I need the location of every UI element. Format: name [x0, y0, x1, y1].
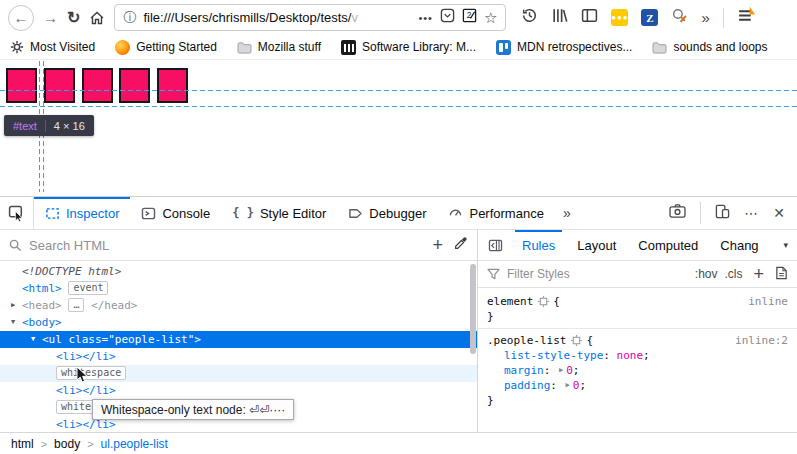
- whitespace-badge[interactable]: whitespace: [56, 366, 126, 380]
- markup-scrollbar[interactable]: [470, 264, 476, 354]
- overflow-chevron[interactable]: »: [701, 9, 709, 26]
- mouse-cursor-icon: [76, 366, 89, 384]
- add-rule-button[interactable]: +: [749, 264, 768, 285]
- breadcrumb-item-body[interactable]: body: [54, 437, 80, 451]
- quick-search-icon[interactable]: [671, 7, 688, 28]
- bookmark-star-icon[interactable]: ☆: [484, 9, 497, 27]
- home-button[interactable]: [89, 10, 105, 26]
- class-toggle[interactable]: .cls: [724, 267, 742, 281]
- collapse-arrow-icon[interactable]: ▼: [31, 331, 35, 348]
- bookmark-getting-started[interactable]: Getting Started: [115, 40, 217, 55]
- rule-origin[interactable]: inline:2: [735, 333, 788, 348]
- bookmark-mozilla-stuff[interactable]: Mozilla stuff: [237, 40, 321, 54]
- bookmark-most-visited[interactable]: Most Visited: [10, 40, 95, 54]
- page-actions-icon[interactable]: •••: [418, 12, 433, 24]
- bookmark-sounds-and-loops[interactable]: sounds and loops: [652, 40, 767, 54]
- pocket-icon[interactable]: [440, 8, 455, 27]
- devtools-menu-button[interactable]: ⋯: [744, 205, 759, 221]
- all-tabs-caret[interactable]: ▾: [783, 230, 795, 260]
- li-node[interactable]: <li></li>: [0, 382, 477, 399]
- filter-styles-input[interactable]: [507, 267, 688, 281]
- whitespace-badge[interactable]: white: [56, 400, 96, 414]
- tab-rules[interactable]: Rules: [511, 230, 566, 260]
- tab-debugger[interactable]: Debugger: [337, 197, 437, 229]
- reload-button[interactable]: ↻: [67, 8, 80, 27]
- page-viewport: #text 4 × 16: [0, 60, 797, 196]
- bookmark-label: Software Library: M...: [362, 40, 476, 54]
- menu-button[interactable]: [737, 6, 756, 29]
- tab-style-editor[interactable]: { } Style Editor: [221, 197, 337, 229]
- library-icon[interactable]: [551, 7, 568, 28]
- devtools-toolbar-right: ⋯ ✕: [669, 197, 797, 229]
- collapsed-ellipsis-badge[interactable]: …: [68, 298, 84, 312]
- sidebar-toggle-icon[interactable]: [581, 7, 598, 28]
- whitespace-node-hovered[interactable]: whitespace: [0, 365, 477, 382]
- extension-annotate-icon[interactable]: 2: [462, 8, 477, 27]
- bookmark-software-library[interactable]: Software Library: M...: [341, 40, 476, 55]
- node-picker-button[interactable]: [0, 197, 34, 229]
- pseudo-class-toggle[interactable]: :hov: [695, 267, 718, 281]
- toolbar-separator: [700, 202, 701, 224]
- event-badge[interactable]: event: [68, 281, 108, 295]
- head-node[interactable]: ▶<head> … </head>: [0, 297, 477, 314]
- breadcrumb-item-html[interactable]: html: [11, 437, 34, 451]
- html-node[interactable]: <html> event: [0, 280, 477, 297]
- forward-button[interactable]: →: [43, 9, 58, 26]
- braces-icon: { }: [232, 206, 254, 220]
- create-node-button[interactable]: +: [428, 235, 447, 256]
- expand-longhands-icon[interactable]: ▶: [566, 378, 570, 393]
- body-node[interactable]: ▼<body>: [0, 314, 477, 331]
- markup-pane: + <!DOCTYPE html> <html> event ▶<head> ……: [0, 230, 478, 432]
- screenshot-button[interactable]: [669, 204, 686, 222]
- folder-icon: [237, 41, 252, 54]
- tab-inspector[interactable]: Inspector: [34, 197, 130, 229]
- zotero-icon[interactable]: Z: [641, 9, 658, 26]
- trello-icon: [496, 40, 511, 55]
- declaration[interactable]: list-style-type: none;: [487, 348, 788, 363]
- expand-longhands-icon[interactable]: ▶: [559, 363, 563, 378]
- rule-people-list[interactable]: .people-list{inline:2 list-style-type: n…: [487, 333, 788, 408]
- sidebar-collapse-icon[interactable]: [480, 230, 511, 260]
- html-tree: <!DOCTYPE html> <html> event ▶<head> … <…: [0, 261, 477, 432]
- expand-arrow-icon[interactable]: ▶: [11, 297, 15, 314]
- rule-separator: [478, 328, 797, 329]
- highlight-selector-icon[interactable]: [538, 296, 549, 307]
- tab-computed[interactable]: Computed: [627, 230, 709, 260]
- responsive-mode-button[interactable]: [715, 204, 730, 223]
- url-text[interactable]: file:///Users/chrismills/Desktop/tests/v: [143, 10, 411, 25]
- bookmark-mdn-retrospectives[interactable]: MDN retrospectives...: [496, 40, 632, 55]
- tab-performance[interactable]: Performance: [437, 197, 554, 229]
- inspector-icon: [45, 207, 60, 220]
- site-info-icon[interactable]: ⓘ: [123, 9, 136, 27]
- url-bar[interactable]: ⓘ file:///Users/chrismills/Desktop/tests…: [114, 4, 506, 31]
- stylesheet-icon[interactable]: [775, 266, 788, 283]
- tab-changes[interactable]: Chang: [709, 230, 760, 260]
- rule-element[interactable]: element{inline }: [487, 294, 788, 324]
- history-icon[interactable]: [521, 7, 538, 28]
- svg-text:2: 2: [467, 10, 472, 20]
- toolbar-separator: [723, 8, 724, 28]
- doctype-node[interactable]: <!DOCTYPE html>: [0, 263, 477, 280]
- extension-yellow-icon[interactable]: ●●●: [611, 9, 628, 26]
- collapse-arrow-icon[interactable]: ▼: [11, 314, 15, 331]
- tab-layout[interactable]: Layout: [566, 230, 627, 260]
- bookmark-label: Mozilla stuff: [258, 40, 321, 54]
- breadcrumb-item-ul[interactable]: ul.people-list: [101, 437, 168, 451]
- search-html-input[interactable]: [29, 238, 421, 253]
- breadcrumb-separator: >: [41, 438, 47, 450]
- back-button[interactable]: ←: [8, 5, 34, 31]
- tab-label: Inspector: [66, 206, 119, 221]
- declaration[interactable]: margin: ▶0;: [487, 363, 788, 378]
- eyedropper-icon[interactable]: [454, 236, 468, 254]
- tab-console[interactable]: Console: [130, 197, 221, 229]
- devtools-close-button[interactable]: ✕: [773, 205, 785, 221]
- li-node[interactable]: <li></li>: [0, 348, 477, 365]
- breadcrumb-separator: >: [87, 438, 93, 450]
- tab-label: Performance: [469, 206, 543, 221]
- highlight-selector-icon[interactable]: [571, 335, 582, 346]
- ul-node-selected[interactable]: ▼<ul class="people-list">: [0, 331, 477, 348]
- gear-icon: [10, 40, 24, 54]
- firefox-icon: [115, 40, 130, 55]
- declaration[interactable]: padding: ▶0;: [487, 378, 788, 393]
- more-tools-chevron[interactable]: »: [555, 197, 579, 229]
